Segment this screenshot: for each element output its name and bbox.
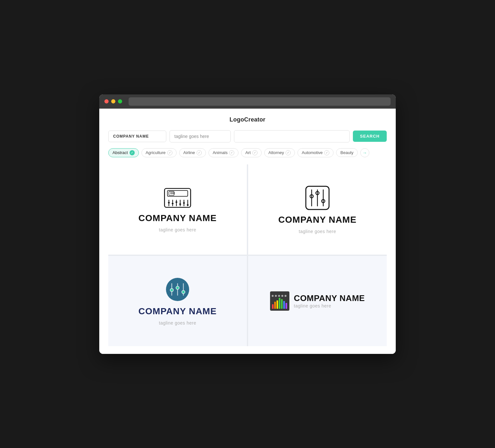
logo-inner-2: COMPANY NAME tagline goes here bbox=[278, 185, 357, 234]
check-icon-abstract: ✓ bbox=[130, 150, 135, 155]
logo-3-tagline: tagline goes here bbox=[159, 320, 196, 326]
app-content: LogoCreator SEARCH Abstract ✓ Agricultur… bbox=[99, 109, 396, 354]
search-bar: SEARCH bbox=[108, 130, 387, 142]
svg-rect-33 bbox=[274, 302, 276, 309]
svg-rect-14 bbox=[183, 202, 185, 203]
logo-card-2[interactable]: COMPANY NAME tagline goes here bbox=[248, 164, 387, 255]
svg-rect-38 bbox=[286, 303, 287, 309]
svg-rect-35 bbox=[279, 298, 280, 309]
svg-point-39 bbox=[272, 295, 274, 297]
check-icon-animals: ✓ bbox=[229, 150, 234, 155]
filter-label-automotive: Automotive bbox=[302, 150, 323, 155]
mixer-thumbnail-icon bbox=[270, 291, 289, 311]
filter-label-agriculture: Agriculture bbox=[146, 150, 166, 155]
company-name-input[interactable] bbox=[108, 131, 166, 142]
check-icon-art: ✓ bbox=[252, 150, 257, 155]
logo-grid: COMPANY NAME tagline goes here bbox=[108, 164, 387, 346]
svg-point-43 bbox=[285, 295, 286, 297]
svg-rect-2 bbox=[169, 191, 174, 195]
svg-rect-34 bbox=[277, 300, 278, 309]
check-icon-automotive: ✓ bbox=[324, 150, 329, 155]
logo-4-text: COMPANY NAME tagline goes here bbox=[294, 293, 365, 308]
filter-bar: Abstract ✓ Agriculture ✓ Airline ✓ Anima… bbox=[108, 148, 387, 159]
filter-label-animals: Animals bbox=[213, 150, 228, 155]
svg-rect-10 bbox=[176, 201, 177, 203]
svg-point-41 bbox=[278, 295, 280, 297]
filter-label-beauty: Beauty bbox=[340, 150, 353, 155]
extra-input[interactable] bbox=[234, 130, 350, 142]
logo-4-company: COMPANY NAME bbox=[294, 293, 365, 303]
search-button[interactable]: SEARCH bbox=[353, 131, 387, 142]
filter-chip-automotive[interactable]: Automotive ✓ bbox=[297, 148, 334, 157]
filter-chip-attorney[interactable]: Attorney ✓ bbox=[264, 148, 295, 157]
filter-chip-airline[interactable]: Airline ✓ bbox=[179, 148, 206, 157]
svg-point-40 bbox=[275, 295, 277, 297]
maximize-button[interactable] bbox=[118, 99, 122, 103]
svg-point-30 bbox=[182, 290, 185, 294]
filter-label-art: Art bbox=[245, 150, 251, 155]
logo-card-3[interactable]: COMPANY NAME tagline goes here bbox=[108, 256, 247, 346]
logo-inner-4: COMPANY NAME tagline goes here bbox=[270, 291, 365, 311]
filter-chip-abstract[interactable]: Abstract ✓ bbox=[108, 148, 139, 157]
url-bar[interactable] bbox=[129, 97, 391, 106]
close-button[interactable] bbox=[104, 99, 109, 103]
svg-point-28 bbox=[176, 286, 179, 289]
filter-label-attorney: Attorney bbox=[268, 150, 284, 155]
filter-label-abstract: Abstract bbox=[112, 150, 128, 155]
filter-chip-beauty[interactable]: Beauty bbox=[336, 148, 357, 157]
filter-next-button[interactable]: → bbox=[360, 148, 369, 157]
svg-point-26 bbox=[170, 288, 173, 292]
svg-point-42 bbox=[281, 295, 283, 297]
logo-card-4[interactable]: COMPANY NAME tagline goes here bbox=[248, 256, 387, 346]
logo-1-company: COMPANY NAME bbox=[139, 213, 217, 223]
logo-4-tagline: tagline goes here bbox=[294, 303, 365, 308]
circle-sliders-icon bbox=[165, 277, 190, 302]
svg-rect-32 bbox=[272, 304, 274, 309]
app-window: LogoCreator SEARCH Abstract ✓ Agricultur… bbox=[99, 94, 396, 354]
logo-2-tagline: tagline goes here bbox=[299, 229, 336, 234]
svg-rect-0 bbox=[164, 188, 190, 207]
filter-chip-art[interactable]: Art ✓ bbox=[241, 148, 262, 157]
filter-label-airline: Airline bbox=[183, 150, 195, 155]
svg-rect-6 bbox=[168, 202, 170, 203]
svg-rect-36 bbox=[281, 299, 283, 309]
logo-inner-3: COMPANY NAME tagline goes here bbox=[139, 277, 217, 326]
app-title: LogoCreator bbox=[108, 116, 387, 123]
logo-2-company: COMPANY NAME bbox=[278, 215, 357, 225]
svg-rect-12 bbox=[179, 203, 181, 205]
check-icon-airline: ✓ bbox=[197, 150, 202, 155]
mixer-board-icon bbox=[163, 187, 192, 209]
svg-rect-8 bbox=[172, 203, 173, 204]
svg-rect-16 bbox=[187, 204, 189, 206]
filter-chip-animals[interactable]: Animals ✓ bbox=[209, 148, 238, 157]
sliders-box-icon bbox=[305, 185, 330, 211]
logo-3-company: COMPANY NAME bbox=[139, 306, 217, 317]
titlebar bbox=[99, 94, 396, 109]
logo-inner-1: COMPANY NAME tagline goes here bbox=[139, 187, 217, 232]
filter-chip-agriculture[interactable]: Agriculture ✓ bbox=[141, 148, 177, 157]
check-icon-agriculture: ✓ bbox=[167, 150, 172, 155]
minimize-button[interactable] bbox=[111, 99, 115, 103]
svg-rect-37 bbox=[283, 301, 285, 309]
logo-card-1[interactable]: COMPANY NAME tagline goes here bbox=[108, 164, 247, 255]
check-icon-attorney: ✓ bbox=[286, 150, 291, 155]
tagline-input[interactable] bbox=[170, 130, 231, 142]
logo-1-tagline: tagline goes here bbox=[159, 227, 196, 232]
